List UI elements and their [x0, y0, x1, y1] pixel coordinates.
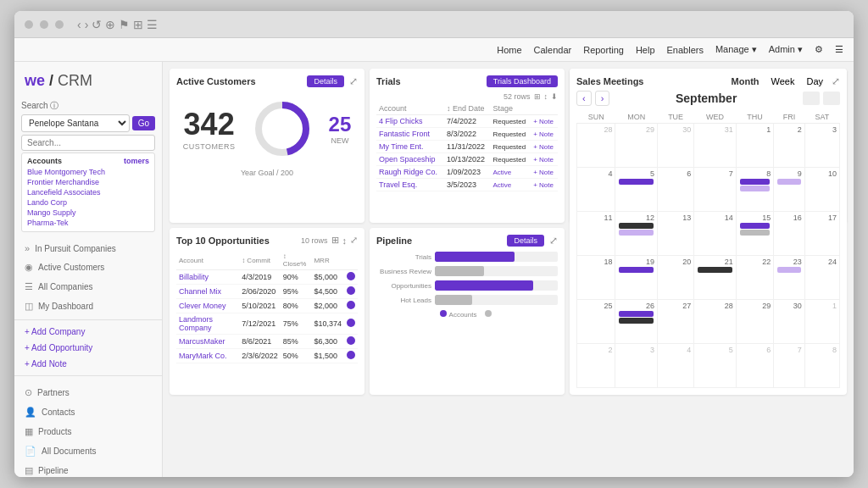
calendar-event[interactable] [698, 267, 732, 273]
opp-dot-icon[interactable] [347, 272, 355, 280]
sidebar-item-active-customers[interactable]: ◉ Active Customers [14, 258, 162, 277]
trial-note-btn[interactable]: + Note [533, 169, 554, 176]
nav-manage[interactable]: Manage ▾ [715, 44, 757, 55]
opp-account[interactable]: Channel Mix [176, 285, 239, 299]
meetings-expand-icon[interactable]: ⤢ [832, 75, 840, 87]
forward-icon[interactable]: › [85, 18, 89, 31]
calendar-day[interactable]: 21 [694, 256, 736, 300]
trial-note-btn[interactable]: + Note [533, 143, 554, 151]
calendar-day[interactable]: 15 [736, 212, 773, 256]
pipeline-details-btn[interactable]: Details [507, 235, 544, 247]
trials-dashboard-btn[interactable]: Trials Dashboard [487, 75, 558, 87]
calendar-event[interactable] [619, 318, 653, 324]
bookmark-icon[interactable]: ⚑ [119, 18, 130, 31]
calendar-event[interactable] [619, 223, 653, 229]
nav-home[interactable]: Home [497, 45, 521, 55]
active-customers-details-btn[interactable]: Details [307, 75, 344, 87]
calendar-day[interactable]: 2 [577, 344, 615, 388]
calendar-day[interactable]: 14 [694, 212, 736, 256]
opps-sort-icon[interactable]: ↕ [342, 236, 348, 246]
sidebar-item-products[interactable]: ▦ Products [14, 422, 162, 441]
calendar-event[interactable] [619, 230, 653, 236]
add-note-button[interactable]: + Add Note [14, 356, 162, 372]
opp-account[interactable]: MaryMark Co. [176, 349, 239, 363]
calendar-day[interactable]: 27 [657, 300, 693, 344]
nav-calendar[interactable]: Calendar [534, 45, 572, 55]
calendar-day[interactable]: 4 [577, 168, 615, 212]
opp-dot-icon[interactable] [347, 336, 355, 345]
refresh-icon[interactable]: ↺ [92, 18, 102, 31]
sidebar-item-all-documents[interactable]: 📄 All Documents [14, 441, 162, 461]
cal-mini-prev[interactable] [803, 92, 820, 105]
calendar-event[interactable] [777, 179, 801, 185]
calendar-event[interactable] [619, 179, 653, 185]
calendar-day[interactable]: 13 [657, 212, 693, 256]
calendar-day[interactable]: 11 [577, 212, 615, 256]
account-item-1[interactable]: Blue Montgomery Tech [27, 167, 149, 177]
view-week-btn[interactable]: Week [768, 75, 798, 87]
calendar-event[interactable] [777, 267, 801, 273]
calendar-day[interactable]: 5 [694, 344, 736, 388]
calendar-day[interactable]: 30 [774, 300, 805, 344]
opps-filter-icon[interactable]: ⊞ [331, 235, 339, 246]
trial-account[interactable]: Raugh Ridge Co. [376, 166, 444, 179]
calendar-day[interactable]: 20 [657, 256, 693, 300]
nav-admin[interactable]: Admin ▾ [769, 44, 803, 55]
calendar-day[interactable]: 28 [694, 300, 736, 344]
calendar-day[interactable]: 8 [736, 168, 773, 212]
calendar-day[interactable]: 10 [804, 168, 839, 212]
calendar-event[interactable] [740, 186, 770, 191]
calendar-event[interactable] [619, 311, 653, 317]
calendar-day[interactable]: 16 [774, 212, 805, 256]
calendar-day[interactable]: 4 [657, 344, 693, 388]
settings-icon[interactable]: ⚙ [815, 44, 823, 55]
trial-note-btn[interactable]: + Note [533, 118, 554, 125]
calendar-day[interactable]: 1 [804, 300, 839, 344]
view-day-btn[interactable]: Day [803, 75, 826, 87]
account-item-5[interactable]: Mango Supply [27, 208, 149, 218]
trial-account[interactable]: Travel Esq. [376, 179, 444, 191]
search-input[interactable] [21, 135, 155, 151]
calendar-day[interactable]: 29 [615, 124, 657, 168]
trials-filter-icon[interactable]: ⊞ [534, 92, 541, 101]
calendar-day[interactable]: 7 [694, 168, 736, 212]
calendar-day[interactable]: 25 [577, 300, 615, 344]
calendar-day[interactable]: 31 [694, 124, 736, 168]
nav-help[interactable]: Help [636, 45, 655, 55]
active-customers-expand-icon[interactable]: ⤢ [349, 75, 358, 87]
trials-sort-icon[interactable]: ↕ [544, 92, 548, 101]
add-opportunity-button[interactable]: + Add Opportunity [14, 340, 162, 356]
opp-dot-icon[interactable] [347, 286, 355, 295]
calendar-day[interactable]: 5 [615, 168, 657, 212]
calendar-day[interactable]: 29 [736, 300, 773, 344]
opps-expand-icon[interactable]: ⤢ [350, 235, 358, 246]
calendar-day[interactable]: 6 [736, 344, 773, 388]
opp-account[interactable]: Clever Money [176, 299, 239, 313]
account-item-6[interactable]: Pharma-Tek [27, 218, 149, 228]
calendar-day[interactable]: 6 [657, 168, 693, 212]
sidebar-item-pipeline[interactable]: ▤ Pipeline [14, 461, 162, 477]
customers-link[interactable]: tomers [124, 157, 149, 165]
calendar-day[interactable]: 22 [736, 256, 773, 300]
trials-download-icon[interactable]: ⬇ [551, 92, 558, 101]
add-tab-icon[interactable]: ⊕ [105, 18, 115, 31]
trial-account[interactable]: 4 Flip Chicks [376, 115, 444, 128]
calendar-day[interactable]: 3 [615, 344, 657, 388]
trial-account[interactable]: Open Spaceship [376, 153, 444, 166]
calendar-day[interactable]: 9 [774, 168, 805, 212]
calendar-day[interactable]: 3 [804, 124, 839, 168]
calendar-day[interactable]: 28 [577, 124, 615, 168]
opp-account[interactable]: MarcusMaker [176, 335, 239, 349]
calendar-day[interactable]: 7 [774, 344, 805, 388]
calendar-day[interactable]: 23 [774, 256, 805, 300]
trial-note-btn[interactable]: + Note [533, 130, 554, 138]
opp-dot-icon[interactable] [347, 301, 355, 309]
search-go-button[interactable]: Go [132, 116, 155, 130]
opp-account[interactable]: Landmors Company [176, 313, 239, 335]
calendar-day[interactable]: 18 [577, 256, 615, 300]
nav-reporting[interactable]: Reporting [583, 45, 624, 55]
calendar-event[interactable] [740, 223, 770, 229]
trial-note-btn[interactable]: + Note [533, 156, 554, 164]
calendar-event[interactable] [619, 267, 653, 273]
search-user-select[interactable]: Penelope Santana [21, 114, 130, 132]
